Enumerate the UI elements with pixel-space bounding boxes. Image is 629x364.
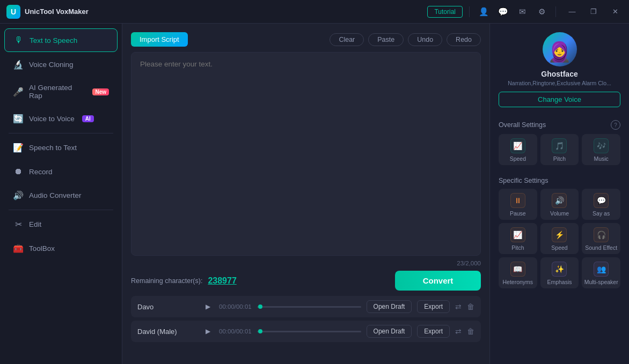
specific-say-as[interactable]: 💬 Say as (582, 189, 620, 220)
change-voice-button[interactable]: Change Voice (499, 92, 620, 107)
sidebar-label-ai-generated-rap: AI Generated Rap (29, 84, 85, 100)
sidebar-item-speech-to-text[interactable]: 📝 Speech to Text (4, 136, 118, 159)
specific-sound-effect[interactable]: 🎧 Sound Effect (582, 223, 620, 254)
text-editor (131, 52, 481, 256)
audio-time-1: 00:00/00:01 (219, 328, 252, 335)
text-input[interactable] (140, 60, 472, 248)
sidebar-divider-1 (9, 133, 113, 133)
specific-pitch-icon: 📈 (510, 227, 525, 242)
sidebar-label-voice-to-voice: Voice to Voice (29, 115, 75, 123)
specific-multi-speaker[interactable]: 👥 Multi-speaker (582, 257, 620, 288)
speed-label: Speed (510, 155, 526, 162)
heteronyms-label: Heteronyms (503, 279, 533, 285)
specific-pitch[interactable]: 📈 Pitch (499, 223, 537, 254)
music-icon: 🎶 (594, 138, 609, 153)
edit-icon: ✂ (13, 219, 24, 229)
play-button-1[interactable]: ▶ (202, 325, 214, 337)
more-options-icon-0[interactable]: ⇄ (455, 302, 462, 311)
overall-help-icon[interactable]: ? (611, 120, 620, 130)
audio-converter-icon: 🔊 (13, 190, 24, 200)
music-label: Music (594, 155, 608, 162)
user-icon[interactable]: 👤 (476, 4, 491, 19)
settings-speed[interactable]: 📈 Speed (499, 134, 537, 165)
say-as-label: Say as (593, 210, 610, 217)
sidebar-label-record: Record (29, 168, 53, 176)
export-button-1[interactable]: Export (417, 325, 450, 338)
specific-speed[interactable]: ⚡ Speed (540, 223, 579, 254)
specific-volume[interactable]: 🔊 Volume (540, 189, 579, 220)
settings-icon[interactable]: ⚙ (534, 4, 549, 19)
emphasis-label: Emphasis (547, 279, 572, 285)
minimize-button[interactable]: — (565, 4, 580, 19)
more-options-icon-1[interactable]: ⇄ (455, 327, 462, 336)
convert-button[interactable]: Convert (395, 271, 481, 291)
specific-emphasis[interactable]: ✨ Emphasis (540, 257, 579, 288)
sidebar-item-voice-to-voice[interactable]: 🔄 Voice to Voice AI (4, 107, 118, 130)
speed-icon: 📈 (510, 138, 525, 153)
voice-to-voice-icon: 🔄 (13, 114, 24, 124)
voice-name: Ghostface (541, 70, 577, 78)
open-draft-button-1[interactable]: Open Draft (367, 325, 412, 338)
app-logo: U UnicTool VoxMaker (6, 5, 89, 19)
open-draft-button-0[interactable]: Open Draft (367, 300, 412, 313)
audio-progress-dot-0 (258, 304, 262, 309)
sidebar-item-audio-converter[interactable]: 🔊 Audio Converter (4, 184, 118, 207)
sidebar-label-edit: Edit (29, 220, 41, 228)
voice-tags: Narration,Ringtone,Exclusive Alarm Clo..… (508, 80, 611, 86)
ai-badge: AI (82, 115, 94, 122)
audio-progress-0[interactable] (257, 306, 361, 308)
delete-icon-0[interactable]: 🗑 (467, 302, 474, 311)
heteronyms-icon: 📖 (510, 262, 525, 277)
overall-settings-title: Overall Settings ? (499, 120, 620, 130)
new-badge: New (92, 88, 109, 95)
title-bar: U UnicTool VoxMaker Tutorial 👤 💬 ✉ ⚙ — ❐… (0, 0, 629, 24)
sidebar-item-toolbox[interactable]: 🧰 ToolBox (4, 237, 118, 260)
import-script-button[interactable]: Import Script (131, 32, 188, 47)
audio-time-0: 00:00/00:01 (219, 303, 252, 310)
specific-pitch-label: Pitch (511, 244, 524, 251)
sidebar: 🎙 Text to Speech 🔬 Voice Cloning 🎤 AI Ge… (0, 24, 122, 364)
sound-effect-label: Sound Effect (585, 244, 617, 251)
discord-icon[interactable]: 💬 (495, 4, 510, 19)
tutorial-button[interactable]: Tutorial (427, 6, 463, 18)
sidebar-item-text-to-speech[interactable]: 🎙 Text to Speech (4, 28, 118, 52)
remaining-label: Remaining character(s): (131, 277, 202, 285)
sidebar-divider-2 (9, 210, 113, 210)
settings-pitch[interactable]: 🎵 Pitch (540, 134, 579, 165)
pause-icon: ⏸ (510, 193, 525, 208)
say-as-icon: 💬 (594, 193, 609, 208)
remaining-count: 238977 (208, 276, 236, 286)
clear-button[interactable]: Clear (330, 33, 364, 46)
specific-pause[interactable]: ⏸ Pause (499, 189, 537, 220)
sidebar-item-voice-cloning[interactable]: 🔬 Voice Cloning (4, 53, 118, 76)
settings-music[interactable]: 🎶 Music (582, 134, 620, 165)
delete-icon-1[interactable]: 🗑 (467, 327, 474, 336)
sound-effect-icon: 🎧 (594, 227, 609, 242)
paste-button[interactable]: Paste (368, 33, 404, 46)
export-button-0[interactable]: Export (417, 300, 450, 313)
audio-name-0: Davo (137, 303, 196, 311)
play-button-0[interactable]: ▶ (202, 301, 214, 313)
multi-speaker-label: Multi-speaker (584, 279, 618, 285)
sidebar-label-speech-to-text: Speech to Text (29, 144, 77, 152)
audio-row-0: Davo ▶ 00:00/00:01 Open Draft Export ⇄ 🗑 (131, 296, 481, 317)
sidebar-label-voice-cloning: Voice Cloning (29, 61, 74, 69)
sidebar-item-edit[interactable]: ✂ Edit (4, 213, 118, 236)
maximize-button[interactable]: ❐ (586, 4, 601, 19)
sidebar-item-ai-generated-rap[interactable]: 🎤 AI Generated Rap New (4, 77, 118, 106)
redo-button[interactable]: Redo (447, 33, 481, 46)
title-actions: Tutorial 👤 💬 ✉ ⚙ — ❐ ✕ (427, 4, 623, 19)
audio-progress-1[interactable] (257, 331, 361, 332)
undo-button[interactable]: Undo (408, 33, 442, 46)
sidebar-item-record[interactable]: ⏺ Record (4, 160, 118, 183)
mail-icon[interactable]: ✉ (515, 4, 530, 19)
sidebar-label-text-to-speech: Text to Speech (30, 36, 77, 44)
toolbox-icon: 🧰 (13, 243, 24, 254)
speech-to-text-icon: 📝 (13, 143, 24, 153)
specific-heteronyms[interactable]: 📖 Heteronyms (499, 257, 537, 288)
close-button[interactable]: ✕ (608, 4, 623, 19)
right-panel: 🧕 Ghostface Narration,Ringtone,Exclusive… (489, 24, 629, 364)
volume-icon: 🔊 (552, 193, 567, 208)
overall-settings-grid: 📈 Speed 🎵 Pitch 🎶 Music (499, 134, 620, 165)
pitch-icon: 🎵 (552, 138, 567, 153)
